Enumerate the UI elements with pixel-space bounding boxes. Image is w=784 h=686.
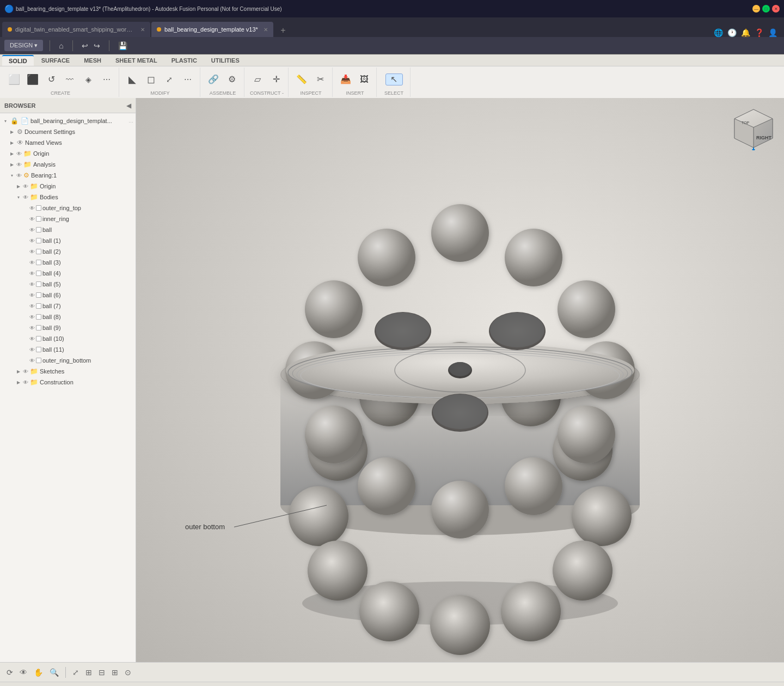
- ball3-eye[interactable]: 👁: [29, 260, 35, 266]
- ball-eye[interactable]: 👁: [29, 227, 35, 233]
- ball5-box[interactable]: [36, 281, 41, 287]
- tab-1[interactable]: digital_twin_enabled_smart_shipping_work…: [2, 22, 150, 37]
- ball2-eye[interactable]: 👁: [29, 249, 35, 255]
- create-more[interactable]: ⋯: [98, 75, 115, 84]
- create-loft[interactable]: ◈: [79, 75, 97, 84]
- tab-utilities[interactable]: UTILITIES: [205, 55, 246, 66]
- save-button[interactable]: 💾: [116, 40, 130, 51]
- tree-item-origin[interactable]: ▶ 👁 📁 Origin: [0, 148, 136, 159]
- bearing1-eye[interactable]: 👁: [16, 173, 22, 179]
- maximize-button[interactable]: □: [762, 5, 770, 13]
- ball-box[interactable]: [36, 227, 41, 232]
- tree-item-doc-settings[interactable]: ▶ ⚙ Document Settings: [0, 126, 136, 137]
- ball4-box[interactable]: [36, 271, 41, 276]
- ball8-eye[interactable]: 👁: [29, 314, 35, 320]
- minimize-button[interactable]: —: [752, 5, 760, 13]
- tree-item-outer-ring-bottom[interactable]: 👁 outer_ring_bottom: [0, 355, 136, 366]
- user-avatar[interactable]: 👤: [768, 28, 777, 37]
- globe-icon[interactable]: 🌐: [714, 28, 723, 37]
- redo-button[interactable]: ↪: [91, 40, 102, 51]
- outer-ring-top-box[interactable]: [36, 205, 41, 211]
- tree-item-bearing1[interactable]: ▾ 👁 ⚙ Bearing:1: [0, 170, 136, 181]
- tree-item-outer-ring-top[interactable]: 👁 outer_ring_top: [0, 203, 136, 213]
- viewcube-button[interactable]: ⊞: [83, 667, 94, 678]
- create-sweep[interactable]: 〰: [61, 75, 78, 84]
- select-tool[interactable]: ↖: [385, 74, 403, 85]
- view-gizmo[interactable]: RIGHT TOP: [732, 107, 775, 150]
- tree-item-named-views[interactable]: ▶ 👁 Named Views: [0, 137, 136, 148]
- create-revolve[interactable]: ↺: [42, 74, 60, 85]
- tree-item-ball11[interactable]: 👁 ball (11): [0, 344, 136, 355]
- tree-item-ball3[interactable]: 👁 ball (3): [0, 257, 136, 268]
- create-extrude[interactable]: ⬛: [24, 74, 41, 85]
- tree-item-bodies[interactable]: ▾ 👁 📁 Bodies: [0, 192, 136, 203]
- construction-eye[interactable]: 👁: [23, 379, 28, 385]
- ball2-box[interactable]: [36, 249, 41, 254]
- browser-tree[interactable]: ▾ 🔒 📄 ball_bearing_design_templat... … ▶…: [0, 113, 136, 662]
- inspect-measure[interactable]: 📏: [293, 74, 310, 85]
- look-at-button[interactable]: 👁: [17, 667, 29, 678]
- bell-icon[interactable]: 🔔: [741, 28, 750, 37]
- ball11-box[interactable]: [36, 347, 41, 352]
- home-button[interactable]: ⌂: [57, 40, 65, 51]
- ball9-box[interactable]: [36, 325, 41, 330]
- tree-item-ball7[interactable]: 👁 ball (7): [0, 301, 136, 311]
- tree-item-inner-ring[interactable]: 👁 inner_ring: [0, 213, 136, 224]
- analysis-eye[interactable]: 👁: [16, 162, 22, 168]
- modify-shell[interactable]: ◻: [142, 74, 160, 85]
- ball10-box[interactable]: [36, 336, 41, 341]
- outer-ring-top-eye[interactable]: 👁: [29, 205, 35, 211]
- tree-item-ball9[interactable]: 👁 ball (9): [0, 322, 136, 333]
- origin-eye[interactable]: 👁: [16, 151, 22, 157]
- tree-item-bearing-origin[interactable]: ▶ 👁 📁 Origin: [0, 181, 136, 192]
- pan-button[interactable]: ✋: [32, 667, 45, 678]
- ball8-box[interactable]: [36, 314, 41, 320]
- ball4-eye[interactable]: 👁: [29, 271, 35, 277]
- ball7-eye[interactable]: 👁: [29, 303, 35, 309]
- ball9-eye[interactable]: 👁: [29, 325, 35, 331]
- tree-item-analysis[interactable]: ▶ 👁 📁 Analysis: [0, 159, 136, 170]
- outer-ring-bottom-eye[interactable]: 👁: [29, 358, 35, 364]
- insert-decal[interactable]: 🖼: [356, 74, 373, 85]
- tree-item-root[interactable]: ▾ 🔒 📄 ball_bearing_design_templat... …: [0, 115, 136, 126]
- design-mode-button[interactable]: DESIGN ▾: [4, 40, 43, 51]
- zoom-button[interactable]: 🔍: [47, 667, 61, 678]
- viewport[interactable]: outer bottom: [136, 98, 784, 662]
- sketches-eye[interactable]: 👁: [23, 369, 28, 375]
- clock-icon[interactable]: 🕐: [727, 28, 737, 37]
- tree-item-ball10[interactable]: 👁 ball (10): [0, 333, 136, 344]
- tab-surface[interactable]: SURFACE: [35, 55, 77, 66]
- construct-plane[interactable]: ▱: [249, 74, 266, 85]
- outer-ring-bottom-box[interactable]: [36, 358, 41, 363]
- ball11-eye[interactable]: 👁: [29, 347, 35, 353]
- tree-item-sketches[interactable]: ▶ 👁 📁 Sketches: [0, 366, 136, 377]
- tree-item-construction[interactable]: ▶ 👁 📁 Construction: [0, 377, 136, 388]
- create-new-component[interactable]: ⬜: [5, 74, 23, 85]
- ball7-box[interactable]: [36, 303, 41, 309]
- ball10-eye[interactable]: 👁: [29, 336, 35, 342]
- display-settings-button[interactable]: ⊟: [96, 667, 107, 678]
- ball1-box[interactable]: [36, 238, 41, 243]
- orbit-button[interactable]: ⟳: [4, 667, 15, 678]
- tab-solid[interactable]: SOLID: [2, 55, 34, 66]
- tab-1-close[interactable]: ✕: [140, 27, 145, 33]
- environment-button[interactable]: ⊙: [122, 667, 133, 678]
- new-tab-button[interactable]: +: [277, 24, 290, 37]
- tree-item-ball1[interactable]: 👁 ball (1): [0, 235, 136, 246]
- browser-collapse-btn[interactable]: ◀: [126, 102, 131, 109]
- insert-mesh[interactable]: 📥: [337, 74, 354, 85]
- assemble-motion[interactable]: ⚙: [223, 74, 241, 85]
- ball3-box[interactable]: [36, 260, 41, 265]
- modify-more[interactable]: ⋯: [179, 75, 197, 84]
- tab-2[interactable]: ball_bearing_design_template v13* ✕: [151, 22, 273, 37]
- tab-plastic[interactable]: PLASTIC: [165, 55, 204, 66]
- tree-item-ball8[interactable]: 👁 ball (8): [0, 311, 136, 322]
- close-button[interactable]: ✕: [772, 5, 780, 13]
- bearing-origin-eye[interactable]: 👁: [23, 183, 28, 189]
- tab-2-close[interactable]: ✕: [264, 27, 268, 33]
- undo-button[interactable]: ↩: [79, 40, 90, 51]
- bodies-eye[interactable]: 👁: [23, 194, 28, 200]
- tree-item-ball2[interactable]: 👁 ball (2): [0, 246, 136, 257]
- assemble-joint[interactable]: 🔗: [205, 74, 222, 85]
- tab-sheet-metal[interactable]: SHEET METAL: [109, 55, 164, 66]
